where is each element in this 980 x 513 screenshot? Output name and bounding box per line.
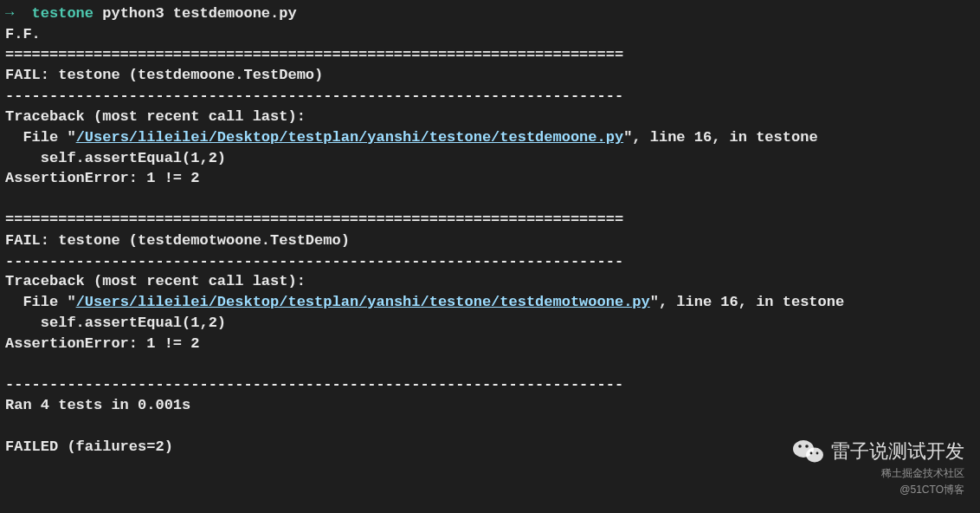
file-path-link-2[interactable]: /Users/lileilei/Desktop/testplan/yanshi/… xyxy=(76,294,650,310)
file-path-link-1[interactable]: /Users/lileilei/Desktop/testplan/yanshi/… xyxy=(76,129,624,146)
terminal-output[interactable]: → testone python3 testdemoone.py F.F. ==… xyxy=(5,3,975,458)
assertion-error-2: AssertionError: 1 != 2 xyxy=(5,335,199,352)
traceback-intro-2: Traceback (most recent call last): xyxy=(5,273,306,289)
test-result-line: F.F. xyxy=(5,26,41,42)
divider-dash: ----------------------------------------… xyxy=(5,253,623,269)
watermark-sub2: @51CTO博客 xyxy=(793,483,964,497)
svg-point-4 xyxy=(810,452,813,455)
svg-point-5 xyxy=(816,452,819,455)
file-prefix-2: File " xyxy=(5,294,76,310)
watermark-title: 雷子说测试开发 xyxy=(831,438,964,465)
divider-eq: ========================================… xyxy=(5,47,623,63)
fail-header-2: FAIL: testone (testdemotwoone.TestDemo) xyxy=(5,232,350,249)
watermark-sub1: 稀土掘金技术社区 xyxy=(793,466,964,481)
divider-dash: ----------------------------------------… xyxy=(5,376,623,393)
divider-eq: ========================================… xyxy=(5,211,623,228)
divider-dash: ----------------------------------------… xyxy=(5,88,623,104)
command-text: python3 testdemoone.py xyxy=(102,5,296,22)
ran-summary: Ran 4 tests in 0.001s xyxy=(5,397,190,413)
traceback-intro-1: Traceback (most recent call last): xyxy=(5,108,306,125)
prompt-dir: testone xyxy=(32,5,93,22)
svg-point-3 xyxy=(805,445,809,448)
prompt-arrow: → xyxy=(5,5,14,22)
assertion-error-1: AssertionError: 1 != 2 xyxy=(5,170,199,186)
file-prefix-1: File " xyxy=(5,129,76,146)
watermark: 雷子说测试开发 稀土掘金技术社区 @51CTO博客 xyxy=(793,438,964,497)
svg-point-2 xyxy=(798,445,802,448)
fail-header-1: FAIL: testone (testdemoone.TestDemo) xyxy=(5,67,323,83)
wechat-icon xyxy=(793,438,824,464)
file-suffix-2: ", line 16, in testone xyxy=(650,294,844,310)
file-suffix-1: ", line 16, in testone xyxy=(623,129,817,146)
svg-point-1 xyxy=(806,448,823,463)
code-line-2: self.assertEqual(1,2) xyxy=(5,315,226,331)
failed-summary: FAILED (failures=2) xyxy=(5,438,173,455)
code-line-1: self.assertEqual(1,2) xyxy=(5,150,226,166)
